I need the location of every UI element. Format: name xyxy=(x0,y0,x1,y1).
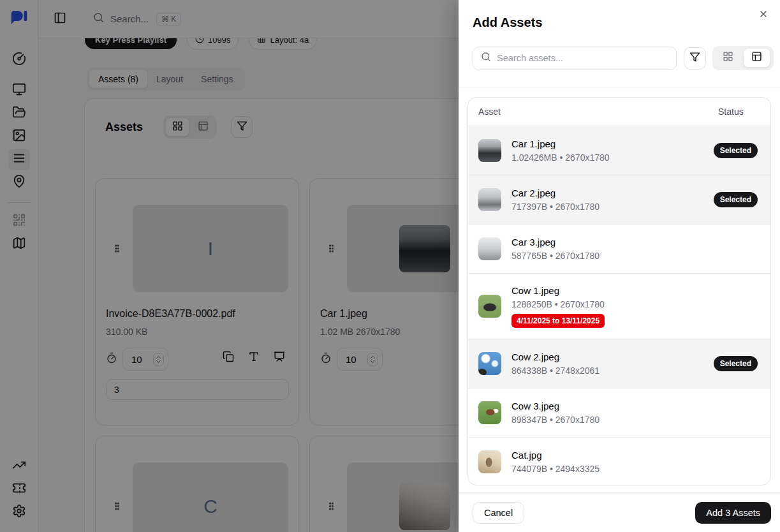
status-badge: Selected xyxy=(714,192,758,207)
table-row[interactable]: Car 3.jpeg587765B • 2670x1780 xyxy=(468,224,770,273)
funnel-icon xyxy=(689,52,700,65)
table-icon xyxy=(751,51,762,64)
row-meta: 717397B • 2670x1780 xyxy=(511,202,600,212)
row-meta: 1288250B • 2670x1780 xyxy=(511,299,605,309)
row-thumbnail xyxy=(478,295,501,318)
column-asset: Asset xyxy=(478,107,718,117)
row-thumbnail xyxy=(478,188,501,211)
row-thumbnail xyxy=(478,401,501,424)
search-icon xyxy=(481,52,491,64)
column-status: Status xyxy=(718,107,758,117)
drawer-table-view-button[interactable] xyxy=(743,48,770,68)
row-meta: 864338B • 2748x2061 xyxy=(511,366,600,376)
add-assets-drawer: Add Assets Asset Status Car 1.jpeg1.0242… xyxy=(459,0,780,532)
asset-search-field[interactable] xyxy=(473,47,677,70)
row-meta: 744079B • 2494x3325 xyxy=(511,464,600,474)
close-icon xyxy=(758,9,769,22)
row-thumbnail xyxy=(478,450,501,473)
drawer-filter-button[interactable] xyxy=(684,47,706,70)
table-row[interactable]: Cat.jpg744079B • 2494x3325 xyxy=(468,437,770,485)
footer-divider xyxy=(459,492,780,492)
drawer-divider xyxy=(459,87,780,87)
row-thumbnail xyxy=(478,237,501,260)
row-name: Cow 2.jpeg xyxy=(511,351,600,362)
cancel-button[interactable]: Cancel xyxy=(473,502,524,524)
drawer-title: Add Assets xyxy=(473,15,542,30)
grid-icon xyxy=(723,51,733,64)
row-name: Car 1.jpeg xyxy=(511,138,610,149)
row-meta: 1.02426MB • 2670x1780 xyxy=(511,152,610,163)
status-badge: Selected xyxy=(714,356,758,371)
asset-search-input[interactable] xyxy=(497,53,668,63)
add-assets-button[interactable]: Add 3 Assets xyxy=(695,502,771,524)
drawer-toolbar xyxy=(473,46,774,70)
row-name: Cat.jpg xyxy=(511,450,600,461)
row-meta: 587765B • 2670x1780 xyxy=(511,251,600,261)
row-name: Car 3.jpeg xyxy=(511,237,600,248)
row-meta: 898347B • 2670x1780 xyxy=(511,415,600,425)
row-thumbnail xyxy=(478,139,501,162)
table-row[interactable]: Car 2.jpeg717397B • 2670x1780 Selected xyxy=(468,175,770,224)
drawer-view-toggle xyxy=(712,46,774,70)
close-button[interactable] xyxy=(755,7,772,24)
row-thumbnail xyxy=(478,352,501,375)
row-name: Car 2.jpeg xyxy=(511,188,600,198)
table-row[interactable]: Cow 1.jpeg 1288250B • 2670x1780 4/11/202… xyxy=(468,273,770,339)
row-name: Cow 3.jpeg xyxy=(511,401,600,411)
table-row[interactable]: Car 1.jpeg1.02426MB • 2670x1780 Selected xyxy=(468,126,770,175)
row-name: Cow 1.jpeg xyxy=(511,285,605,296)
table-header: Asset Status xyxy=(468,98,770,126)
status-badge: Selected xyxy=(714,143,758,158)
table-row[interactable]: Cow 3.jpeg898347B • 2670x1780 xyxy=(468,388,770,437)
schedule-badge: 4/11/2025 to 13/11/2025 xyxy=(511,314,605,328)
table-row[interactable]: Cow 2.jpeg864338B • 2748x2061 Selected xyxy=(468,339,770,388)
drawer-grid-view-button[interactable] xyxy=(714,48,742,68)
assets-table: Asset Status Car 1.jpeg1.02426MB • 2670x… xyxy=(467,97,771,485)
